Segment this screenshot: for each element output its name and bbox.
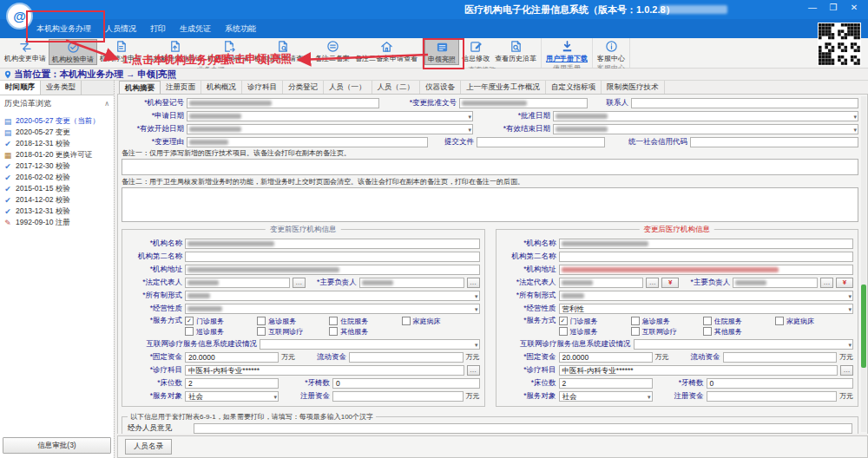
org-name-input[interactable] [559,239,854,249]
reg-fund-input[interactable] [707,391,838,402]
checkbox-巡诊服务[interactable]: 巡诊服务 [559,326,631,337]
service-target-select[interactable]: 社会▾ [185,391,279,402]
change-doc-no-input[interactable] [459,98,588,108]
unchecked-checkbox-icon[interactable] [257,317,266,325]
vertical-scrollbar[interactable] [861,96,866,432]
note2-textarea[interactable] [122,187,858,222]
history-item-4[interactable]: ✔2017-12-30 校验 [3,160,112,172]
checkbox-巡诊服务[interactable]: 巡诊服务 [185,326,257,337]
org-name-input[interactable] [185,239,480,249]
dropdown-arrow-icon[interactable]: ▾ [853,112,857,121]
person-list-button[interactable]: 人员名录 [125,439,172,455]
credit-code-input[interactable] [690,137,858,147]
op-nature-select[interactable]: 营利性▾ [559,304,854,314]
browse-button[interactable]: … [293,278,306,288]
tab-诊疗科目[interactable]: 诊疗科目 [242,81,283,94]
history-item-8[interactable]: ✔2013-12-31 校验 [3,206,112,217]
sidebar-tab-time-order[interactable]: 时间顺序 [0,81,41,95]
fixed-fund-input[interactable]: 20.0000 [559,352,653,363]
tab-自定义指标项[interactable]: 自定义指标项 [546,81,602,94]
history-item-2[interactable]: ✔2018-12-31 校验 [3,138,112,149]
red-action-button[interactable]: ¥ [836,278,853,288]
tab-注册页面[interactable]: 注册页面 [161,81,201,94]
unchecked-checkbox-icon[interactable] [631,317,640,325]
fixed-fund-input[interactable]: 20.0000 [185,352,279,363]
unchecked-checkbox-icon[interactable] [703,327,712,336]
legal-rep-input[interactable] [185,278,290,288]
internet-info-select[interactable]: ▾ [260,339,480,350]
checkbox-互联网诊疗[interactable]: 互联网诊疗 [631,326,703,337]
menu-item-3[interactable]: 生成凭证 [173,21,218,37]
dropdown-arrow-icon[interactable]: ▾ [648,392,651,402]
sidebar-tab-business-type[interactable]: 业务类型 [41,81,82,95]
beds-input[interactable]: 2 [559,378,653,389]
unchecked-checkbox-icon[interactable] [402,317,411,325]
collapse-panel-icon[interactable]: ∧ [104,100,109,108]
browse-button[interactable]: … [646,278,659,288]
reg-no-input[interactable] [187,98,379,108]
history-item-3[interactable]: ▦2018-01-20 更换许可证 [3,149,112,160]
history-item-1[interactable]: ▤2020-05-27 变更 [3,127,112,138]
dropdown-arrow-icon[interactable]: ▾ [848,340,852,350]
checkbox-互联网诊疗[interactable]: 互联网诊疗 [257,326,329,337]
checkbox-家庭病床[interactable]: 家庭病床 [402,316,474,326]
menu-item-1[interactable]: 人员情况 [98,21,143,37]
unchecked-checkbox-icon[interactable] [329,327,338,336]
change-reason-input[interactable] [187,137,428,147]
checkbox-住院服务[interactable]: 住院服务 [703,316,775,326]
dropdown-arrow-icon[interactable]: ▾ [848,304,852,314]
submit-file-input[interactable] [477,137,605,147]
subjects-input[interactable]: 中医科-内科专业****** [185,365,464,376]
browse-button[interactable]: … [820,278,833,288]
menu-item-2[interactable]: 打印 [143,21,173,37]
dropdown-arrow-icon[interactable]: ▾ [475,340,478,350]
toolbar-button-客服中心[interactable]: 客服中心 [595,39,628,63]
tab-仪器设备[interactable]: 仪器设备 [420,81,461,94]
tab-限制类医疗技术[interactable]: 限制类医疗技术 [602,81,665,94]
subjects-input[interactable]: 中医科-内科专业****** [559,365,838,376]
contact-input[interactable] [631,98,858,108]
checkbox-门诊服务[interactable]: ✓门诊服务 [185,316,257,326]
red-action-button[interactable]: ¥ [661,278,679,288]
internet-info-select[interactable]: ▾ [634,339,854,350]
chairs-input[interactable]: 0 [707,378,854,389]
unchecked-checkbox-icon[interactable] [257,327,266,336]
principal-input[interactable] [733,278,818,288]
toolbar-button-机构变更申请[interactable]: 机构变更申请 [2,39,49,65]
tab-分类登记[interactable]: 分类登记 [283,81,324,94]
approve-date-combo[interactable]: ▾ [553,111,858,121]
toolbar-button-查看历史沿革[interactable]: 查看历史沿革 [492,39,539,65]
dropdown-arrow-icon[interactable]: ▾ [273,392,277,402]
history-item-6[interactable]: ✔2015-01-15 校验 [3,183,112,194]
note1-textarea[interactable] [122,159,858,175]
info-approval-button[interactable]: 信息审批(3) [3,437,111,454]
flow-fund-input[interactable] [349,352,464,363]
checked-checkbox-icon[interactable]: ✓ [185,317,194,325]
scrollbar-thumb[interactable] [861,285,866,369]
history-item-7[interactable]: ✔2014-12-02 校验 [3,194,112,206]
dropdown-arrow-icon[interactable]: ▾ [475,304,478,314]
browse-button[interactable]: … [840,365,853,376]
chairs-input[interactable]: 0 [332,378,480,389]
checkbox-急诊服务[interactable]: 急诊服务 [631,316,703,326]
legal-rep-input[interactable] [559,278,644,288]
checkbox-其他服务[interactable]: 其他服务 [703,326,775,337]
checkbox-其他服务[interactable]: 其他服务 [329,326,401,337]
checkbox-急诊服务[interactable]: 急诊服务 [257,316,329,326]
tab-机构摘要[interactable]: 机构摘要 [119,81,161,94]
flow-fund-input[interactable] [723,352,838,363]
org-addr-input[interactable] [559,265,854,275]
dropdown-arrow-icon[interactable]: ▾ [853,125,857,134]
dropdown-arrow-icon[interactable]: ▾ [468,125,471,134]
toolbar-button-机构校验申请[interactable]: 机构校验申请 [49,39,97,65]
dropdown-arrow-icon[interactable]: ▾ [468,112,471,121]
principal-input[interactable] [359,278,464,288]
history-item-0[interactable]: ▤2020-05-27 变更（当前） [3,115,112,127]
dropdown-arrow-icon[interactable]: ▾ [475,291,478,301]
menu-item-0[interactable]: 本机构业务办理 [30,21,98,37]
menu-item-4[interactable]: 系统功能 [218,21,263,37]
beds-input[interactable]: 2 [185,378,279,389]
apply-date-combo[interactable]: ▾ [187,111,473,121]
checkbox-住院服务[interactable]: 住院服务 [329,316,401,326]
browse-button[interactable]: … [467,278,480,288]
